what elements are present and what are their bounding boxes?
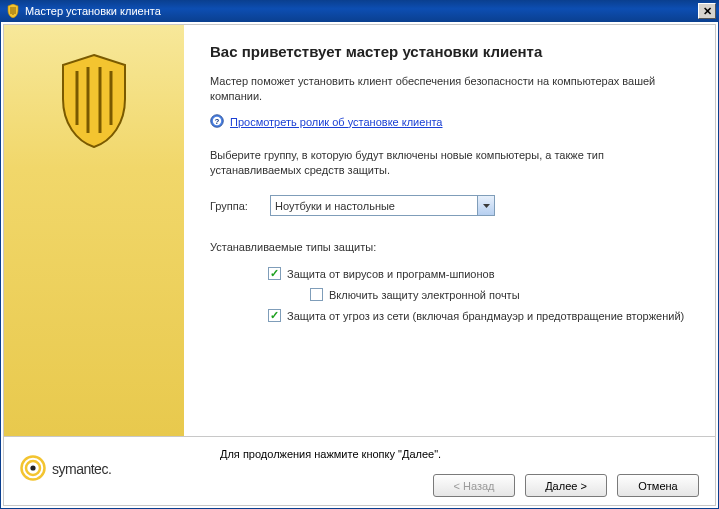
- network-threat-label: Защита от угроз из сети (включая брандма…: [287, 310, 684, 322]
- back-button: < Назад: [433, 474, 515, 497]
- network-threat-checkbox[interactable]: ✓: [268, 309, 281, 322]
- svg-point-12: [30, 466, 35, 471]
- wizard-main: Вас приветствует мастер установки клиент…: [184, 25, 715, 436]
- window-title: Мастер установки клиента: [25, 5, 698, 17]
- symantec-logo-icon: [20, 455, 46, 483]
- brand-text: symantec.: [52, 461, 111, 477]
- group-select-value: Ноутбуки и настольные: [275, 200, 395, 212]
- titlebar: Мастер установки клиента ✕: [0, 0, 719, 22]
- shield-icon: [55, 53, 133, 151]
- watch-video-link[interactable]: Просмотреть ролик об установке клиента: [230, 116, 443, 128]
- instruction-text: Выберите группу, в которую будут включен…: [210, 148, 693, 178]
- close-button[interactable]: ✕: [698, 3, 716, 19]
- email-protection-checkbox[interactable]: [310, 288, 323, 301]
- continue-hint: Для продолжения нажмите кнопку "Далее".: [220, 447, 705, 462]
- types-label: Устанавливаемые типы защиты:: [210, 240, 693, 255]
- group-select[interactable]: Ноутбуки и настольные: [270, 195, 495, 216]
- cancel-button[interactable]: Отмена: [617, 474, 699, 497]
- page-title: Вас приветствует мастер установки клиент…: [210, 43, 693, 60]
- wizard-footer: symantec. Для продолжения нажмите кнопку…: [4, 436, 715, 505]
- virus-protection-checkbox[interactable]: ✓: [268, 267, 281, 280]
- virus-protection-label: Защита от вирусов и программ-шпионов: [287, 268, 495, 280]
- help-icon: ?: [210, 114, 224, 130]
- window-body: Вас приветствует мастер установки клиент…: [0, 22, 719, 509]
- svg-text:?: ?: [215, 117, 220, 126]
- group-label: Группа:: [210, 200, 260, 212]
- chevron-down-icon: [477, 196, 494, 215]
- intro-text: Мастер поможет установить клиент обеспеч…: [210, 74, 693, 104]
- shield-icon: [6, 4, 20, 18]
- wizard-sidebar: [4, 25, 184, 436]
- next-button[interactable]: Далее >: [525, 474, 607, 497]
- email-protection-label: Включить защиту электронной почты: [329, 289, 520, 301]
